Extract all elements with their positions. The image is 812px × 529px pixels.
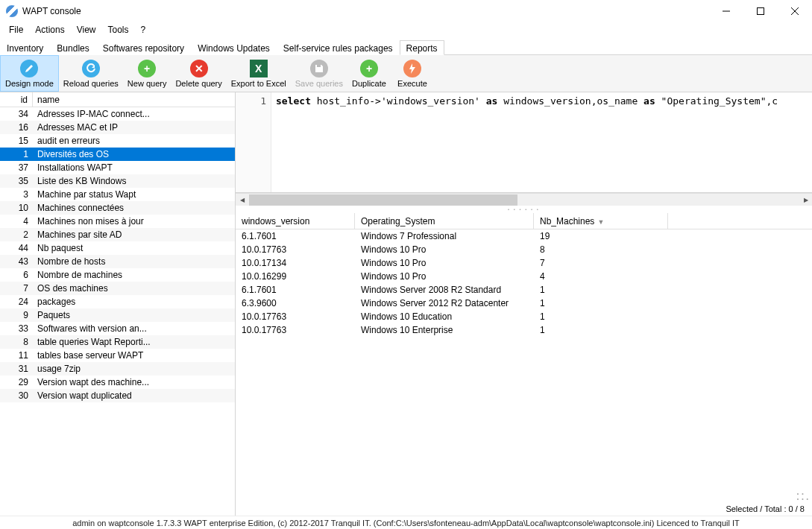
cell-nb-machines: 19 — [534, 229, 668, 243]
query-row[interactable]: 8table queries Wapt Reporti... — [0, 335, 235, 349]
tab-self-service-rules[interactable]: Self-service rules packages — [277, 40, 400, 55]
col-operating-system[interactable]: Operating_System — [355, 213, 534, 229]
query-row[interactable]: 6Nombre de machines — [0, 268, 235, 282]
query-row[interactable]: 3Machine par status Wapt — [0, 188, 235, 201]
query-id: 10 — [0, 201, 33, 215]
query-id: 4 — [0, 215, 33, 228]
query-row[interactable]: 15audit en erreurs — [0, 134, 235, 148]
result-row[interactable]: 10.0.17763Windows 10 Education1 — [236, 310, 812, 323]
query-name: Machines connectées — [33, 201, 235, 215]
scroll-right-icon[interactable]: ▶ — [799, 194, 812, 206]
query-name: Adresses MAC et IP — [33, 121, 235, 134]
query-row[interactable]: 30Version wapt duplicated — [0, 389, 235, 402]
result-row[interactable]: 10.0.17763Windows 10 Enterprise1 — [236, 323, 812, 337]
query-row[interactable]: 37Installations WAPT — [0, 161, 235, 174]
cell-windows-version: 10.0.17763 — [236, 243, 355, 256]
query-row[interactable]: 9Paquets — [0, 308, 235, 322]
duplicate-icon: + — [360, 60, 378, 77]
query-row[interactable]: 33Softwares with version an... — [0, 322, 235, 335]
sql-text[interactable]: select host_info->'windows_version' as w… — [271, 92, 812, 192]
minimize-button[interactable] — [709, 0, 743, 22]
query-row[interactable]: 4Machines non mises à jour — [0, 215, 235, 228]
tab-windows-updates[interactable]: Windows Updates — [191, 40, 277, 55]
query-row[interactable]: 29Version wapt des machine... — [0, 376, 235, 389]
cell-operating-system: Windows 10 Pro — [355, 256, 534, 270]
pane-resize-grip[interactable]: • •• • • — [236, 495, 812, 502]
result-row[interactable]: 10.0.16299Windows 10 Pro4 — [236, 270, 812, 283]
delete-query-button[interactable]: ✕ Delete query — [171, 55, 226, 92]
query-id: 2 — [0, 228, 33, 241]
tab-inventory[interactable]: Inventory — [0, 40, 50, 55]
query-row[interactable]: 11tables base serveur WAPT — [0, 349, 235, 362]
splitter-handle[interactable]: • • • • • • — [236, 206, 812, 213]
query-id: 29 — [0, 376, 33, 389]
query-id: 15 — [0, 134, 33, 148]
reload-queries-button[interactable]: Reload queries — [59, 55, 123, 92]
query-list[interactable]: 34Adresses IP-MAC connect...16Adresses M… — [0, 107, 235, 516]
query-row[interactable]: 34Adresses IP-MAC connect... — [0, 107, 235, 121]
new-query-button[interactable]: + New query — [123, 55, 171, 92]
sql-horizontal-scrollbar[interactable]: ◀ ▶ — [236, 193, 812, 206]
tab-reports[interactable]: Reports — [400, 40, 444, 55]
query-id: 8 — [0, 335, 33, 349]
cell-nb-machines: 8 — [534, 243, 668, 256]
query-name: OS des machines — [33, 282, 235, 295]
status-bar: admin on waptconsole 1.7.3.3 WAPT enterp… — [0, 516, 812, 529]
cell-operating-system: Windows 10 Education — [355, 310, 534, 323]
cell-operating-system: Windows Server 2008 R2 Standard — [355, 283, 534, 297]
query-row[interactable]: 16Adresses MAC et IP — [0, 121, 235, 134]
main-area: id name 34Adresses IP-MAC connect...16Ad… — [0, 92, 812, 516]
tab-bundles[interactable]: Bundles — [50, 40, 95, 55]
result-grid[interactable]: 6.1.7601Windows 7 Professional1910.0.177… — [236, 229, 812, 495]
query-id: 35 — [0, 174, 33, 188]
col-windows-version[interactable]: windows_version — [236, 213, 355, 229]
query-list-pane: id name 34Adresses IP-MAC connect...16Ad… — [0, 92, 236, 516]
result-row[interactable]: 6.1.7601Windows Server 2008 R2 Standard1 — [236, 283, 812, 297]
scroll-thumb[interactable] — [249, 194, 517, 206]
query-row[interactable]: 31usage 7zip — [0, 362, 235, 376]
cell-windows-version: 6.3.9600 — [236, 297, 355, 310]
menu-view[interactable]: View — [71, 22, 102, 38]
result-row[interactable]: 6.1.7601Windows 7 Professional19 — [236, 229, 812, 243]
query-row[interactable]: 43Nombre de hosts — [0, 255, 235, 268]
col-header-id[interactable]: id — [0, 92, 33, 107]
query-name: Adresses IP-MAC connect... — [33, 107, 235, 121]
query-name: Diversités des OS — [33, 148, 235, 161]
query-row[interactable]: 1Diversités des OS — [0, 148, 235, 161]
query-row[interactable]: 2Machines par site AD — [0, 228, 235, 241]
close-button[interactable] — [778, 0, 812, 22]
duplicate-button[interactable]: + Duplicate — [347, 55, 391, 92]
menu-actions[interactable]: Actions — [29, 22, 70, 38]
svg-rect-1 — [758, 8, 764, 15]
result-row[interactable]: 6.3.9600Windows Server 2012 R2 Datacente… — [236, 297, 812, 310]
tab-softwares-repository[interactable]: Softwares repository — [96, 40, 191, 55]
cell-windows-version: 10.0.16299 — [236, 270, 355, 283]
scroll-left-icon[interactable]: ◀ — [236, 194, 248, 206]
query-id: 7 — [0, 282, 33, 295]
plus-icon: + — [138, 60, 156, 77]
sql-editor[interactable]: 1 select host_info->'windows_version' as… — [236, 92, 812, 193]
query-row[interactable]: 10Machines connectées — [0, 201, 235, 215]
save-queries-button[interactable]: Save queries — [291, 55, 347, 92]
col-header-name[interactable]: name — [33, 92, 235, 107]
result-row[interactable]: 10.0.17134Windows 10 Pro7 — [236, 256, 812, 270]
query-row[interactable]: 44Nb paquest — [0, 241, 235, 255]
col-nb-machines[interactable]: Nb_Machines▼ — [534, 213, 668, 229]
menu-file[interactable]: File — [3, 22, 29, 38]
design-mode-button[interactable]: Design mode — [0, 55, 59, 92]
delete-icon: ✕ — [190, 60, 208, 77]
maximize-button[interactable] — [743, 0, 778, 22]
bolt-icon — [403, 60, 421, 77]
query-row[interactable]: 24packages — [0, 295, 235, 308]
menu-tools[interactable]: Tools — [102, 22, 135, 38]
menu-help[interactable]: ? — [135, 22, 152, 38]
query-row[interactable]: 35Liste des KB Windows — [0, 174, 235, 188]
new-query-label: New query — [128, 79, 167, 88]
execute-button[interactable]: Execute — [391, 55, 434, 92]
query-id: 9 — [0, 308, 33, 322]
result-row[interactable]: 10.0.17763Windows 10 Pro8 — [236, 243, 812, 256]
query-id: 37 — [0, 161, 33, 174]
export-excel-button[interactable]: X Export to Excel — [227, 55, 291, 92]
query-row[interactable]: 7OS des machines — [0, 282, 235, 295]
query-name: Machines par site AD — [33, 228, 235, 241]
